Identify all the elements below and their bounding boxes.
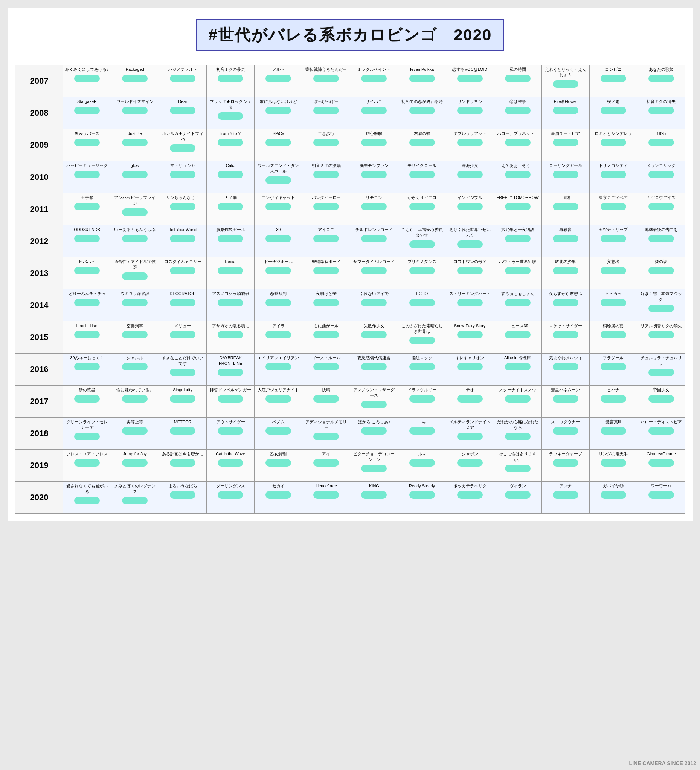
bingo-cell: マトリョシカ [159, 161, 207, 193]
bingo-cell: メルト [255, 65, 302, 97]
bingo-cell: ロストワンの号哭 [446, 257, 494, 290]
cell-text: ルマ [400, 451, 445, 457]
title-box: #世代がバレる系ボカロビンゴ 2020 [196, 19, 505, 51]
cell-text: ECHO [400, 291, 445, 297]
cell-text: 十面相 [543, 195, 588, 201]
bubble-oval [266, 107, 291, 114]
bingo-cell: 深海少女 [446, 161, 494, 193]
bingo-cell: セカイ [255, 482, 302, 514]
bingo-cell: DECORATOR [159, 290, 207, 322]
cell-text: メリュー [160, 323, 205, 328]
cell-text: アンチ [543, 483, 588, 489]
cell-text: 右に曲がール [303, 323, 349, 328]
cell-text: ウミユリ海底譚 [112, 291, 157, 297]
bubble-oval [313, 203, 339, 210]
bubble-oval [601, 427, 626, 435]
bubble-oval [266, 139, 291, 146]
bubble-oval [457, 171, 483, 178]
bubble-oval [505, 363, 531, 370]
bubble-oval [170, 299, 195, 306]
bubble-oval [457, 267, 483, 274]
bubble-oval [648, 459, 674, 467]
year-cell: 2018 [15, 417, 63, 450]
bubble-oval [601, 491, 626, 499]
cell-text: 妄想感傷代償連盟 [351, 355, 397, 361]
bubble-oval [505, 139, 531, 146]
cell-text: ダブルラリアット [447, 131, 492, 136]
cell-text: リアル初音ミクの消失 [639, 323, 684, 328]
cell-text: Tell Your World [160, 227, 205, 233]
cell-text: ガバイヤ◎ [591, 483, 636, 489]
bingo-cell: from Y to Y [207, 129, 255, 161]
bingo-cell: ハッピーミュージック [63, 161, 111, 193]
cell-text: Gimme×Gimme [639, 451, 684, 457]
cell-text: 愛言葉Ⅲ [591, 419, 636, 425]
bingo-cell: リアル初音ミクの消失 [637, 322, 685, 354]
cell-text: サンドリヨン [447, 99, 492, 104]
bubble-oval [313, 74, 339, 82]
cell-text: ハジメテノオト [160, 67, 205, 72]
bubble-oval [313, 107, 339, 114]
bingo-cell: 脳虫モンブラン [350, 161, 398, 193]
bingo-cell: アスノヨゾラ哨戒班 [207, 290, 255, 322]
bubble-oval [218, 299, 243, 306]
cell-text: 星屑ユートピア [543, 131, 588, 136]
cell-text: 初めての恋が終わる時 [400, 99, 445, 104]
cell-text: 天ノ弱 [208, 195, 253, 201]
cell-text: Hand in Hand [65, 323, 110, 328]
cell-text: 恋愛裁判 [256, 291, 301, 297]
cell-text: すきなことだけでいいです [160, 355, 205, 366]
bingo-cell: ぽっぴっぽー [302, 97, 350, 129]
bubble-oval [170, 74, 195, 82]
bubble-oval [648, 171, 674, 178]
bingo-cell: ストリーミングハート [446, 290, 494, 322]
table-row: 2013ビバハピ過食性：アイドル症候群ロスタイムメモリーRedialドーナツホー… [15, 257, 685, 290]
cell-text: グリーンライツ・セレナーデ [65, 419, 110, 430]
cell-text: ヴィラン [495, 483, 540, 489]
cell-text: メルティランドナイトメア [447, 419, 492, 430]
bubble-oval [170, 369, 195, 376]
bingo-cell: Dear [159, 97, 207, 129]
bubble-oval [361, 235, 387, 243]
bubble-oval [457, 491, 483, 499]
cell-text: リンちゃんなう！ [160, 195, 205, 201]
bubble-oval [170, 203, 195, 210]
bubble-oval [601, 203, 626, 210]
cell-text: キレキャリオン [447, 355, 492, 361]
bingo-cell: 星屑ユートピア [542, 129, 589, 161]
bubble-oval [409, 241, 435, 248]
bingo-cell: Ready Steady [398, 482, 446, 514]
cell-text: このふざけた素晴らしき世界は [400, 323, 445, 334]
cell-text: コンビニ [591, 67, 636, 72]
bubble-oval [457, 241, 483, 248]
bubble-oval [505, 433, 531, 440]
bingo-cell: ルカルカ★ナイトフィーバー [159, 129, 207, 161]
cell-text: 歌に形はないけれど [256, 99, 301, 104]
bingo-cell: どりーみんチュチュ [63, 290, 111, 322]
cell-text: ダーリンダンス [208, 483, 253, 489]
cell-text: 恋するVOC@LOID [447, 67, 492, 72]
bubble-oval [361, 427, 387, 435]
bingo-table: 2007みくみくにしてあげる♪Packagedハジメテノオト初音ミクの暴走メルト… [15, 65, 685, 514]
bubble-oval [361, 299, 387, 306]
cell-text: ハウトゥー世界征服 [495, 259, 540, 265]
bubble-oval [170, 171, 195, 178]
bingo-cell: だれかの心臓になれたなら [494, 417, 542, 450]
bingo-cell: テオ [446, 385, 494, 417]
bingo-cell: ウミユリ海底譚 [111, 290, 159, 322]
cell-text: 硝珍漢の宴 [591, 323, 636, 328]
cell-text: 砂の惑星 [65, 387, 110, 393]
bingo-cell: ロスタイムメモリー [159, 257, 207, 290]
bubble-oval [457, 139, 483, 146]
bubble-oval [361, 491, 387, 499]
bingo-cell: サイハテ [350, 97, 398, 129]
cell-text: リモコン [351, 195, 397, 201]
cell-text: セツナトリップ [591, 227, 636, 233]
bingo-cell: みくみくにしてあげる♪ [63, 65, 111, 97]
bubble-oval [313, 331, 339, 338]
cell-text: ハッピーミュージック [65, 163, 110, 168]
bubble-oval [122, 331, 148, 338]
bingo-cell: シャルル [111, 354, 159, 385]
year-cell: 2009 [15, 129, 63, 161]
bubble-oval [648, 74, 674, 82]
